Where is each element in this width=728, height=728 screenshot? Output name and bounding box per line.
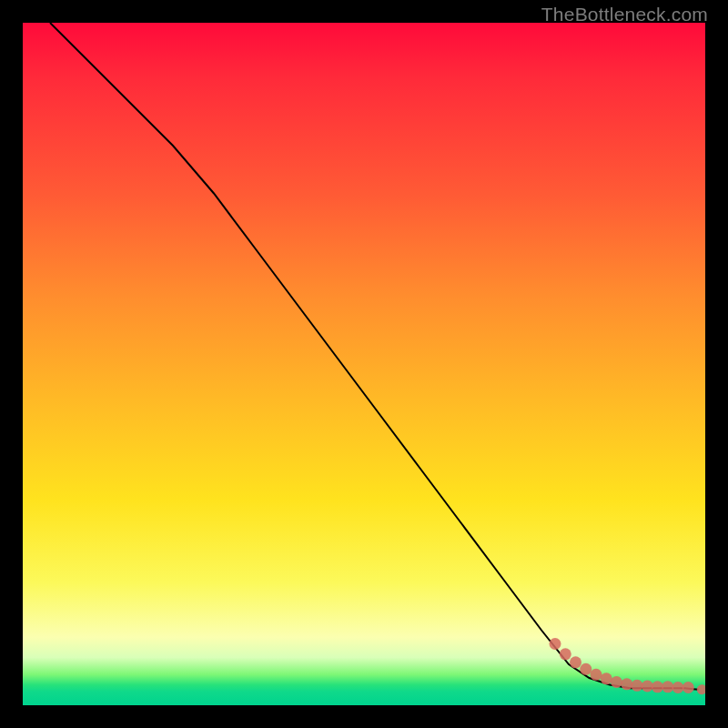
data-point	[601, 672, 612, 684]
data-point	[580, 663, 592, 675]
watermark-text: TheBottleneck.com	[541, 4, 708, 25]
data-point	[642, 681, 653, 693]
data-point	[682, 682, 694, 693]
data-point	[550, 638, 561, 650]
curve-line	[50, 23, 699, 690]
data-point	[672, 682, 684, 693]
data-point	[632, 680, 643, 692]
data-point	[697, 684, 705, 694]
data-point	[591, 669, 602, 681]
data-point	[611, 676, 622, 688]
chart-overlay	[23, 23, 705, 705]
data-point	[662, 681, 673, 693]
data-point	[621, 678, 632, 690]
data-point	[570, 656, 581, 668]
plot-area	[23, 23, 705, 705]
data-point	[560, 648, 571, 660]
chart-frame: TheBottleneck.com	[0, 0, 728, 728]
data-point	[652, 681, 663, 693]
scatter-points	[550, 638, 706, 694]
